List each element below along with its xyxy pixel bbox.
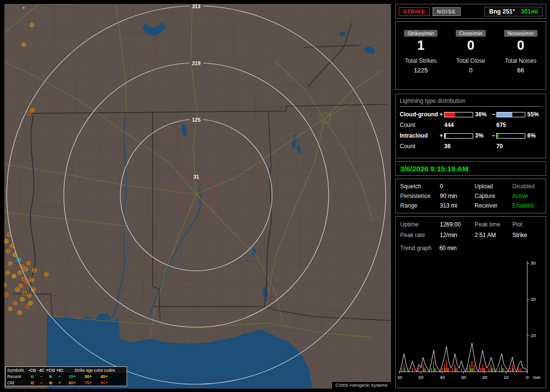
copyright-notice: ©2005 Astrogenic Systems xyxy=(332,381,391,389)
age-60: 60+ xyxy=(64,380,80,386)
age-15: 15+ xyxy=(64,374,80,379)
range-value: 313 mi xyxy=(440,202,475,209)
strikes-per-min-value: 1 xyxy=(417,38,424,53)
noises-per-min-value: 0 xyxy=(517,38,524,53)
svg-text:min: min xyxy=(533,375,540,380)
distribution-grid: Cloud-ground + 36% − 55% Count 444 675 I… xyxy=(400,111,542,150)
lightning-map[interactable]: 31321912531 Symbols -CG -IC +CG +IC Stri… xyxy=(4,4,391,389)
plus-icon: + xyxy=(55,374,64,379)
distribution-panel: Lightning type distribution Cloud-ground… xyxy=(395,94,546,158)
uptime-label: Uptime xyxy=(400,221,440,228)
rates-panel: Strikes/min 1 Total Strikes 1225 Close/m… xyxy=(395,21,546,90)
intracloud-label: Intracloud xyxy=(400,132,438,139)
map-legend: Symbols -CG -IC +CG +IC Strike age color… xyxy=(5,366,127,386)
svg-text:30: 30 xyxy=(461,375,466,380)
settings-panel: Squelch 0 Upload Disabled Persistence 90… xyxy=(395,179,546,213)
age-30: 30+ xyxy=(80,374,96,379)
upload-status: Disabled xyxy=(512,183,541,190)
circle-plus-icon: ⊕ xyxy=(46,380,55,386)
capture-label: Capture xyxy=(475,193,512,199)
cloud-ground-label: Cloud-ground xyxy=(400,111,438,118)
age-45: 45+ xyxy=(96,374,112,379)
ring-label-125: 125 xyxy=(192,117,201,123)
status-grid: Uptime 1269:00 Peak time Plot Peak rate … xyxy=(400,221,541,238)
plus-sign: + xyxy=(438,111,444,118)
total-close-label: Total Close xyxy=(456,57,485,64)
plot-label: Plot xyxy=(512,221,541,228)
legend-recent-row: Recent ⊖ − ⊕ + 15+ 30+ 45+ xyxy=(6,373,127,379)
ic-plus-count: 36 xyxy=(444,143,473,150)
total-strikes-label: Total Strikes xyxy=(405,57,436,64)
trend-graph-header: Trend graph 60 min xyxy=(400,245,541,252)
datetime-panel: 3/6/2026 9:15:19 AM xyxy=(395,161,546,176)
legend-header-row: Symbols -CG -IC +CG +IC Strike age color… xyxy=(6,367,127,373)
svg-text:40: 40 xyxy=(440,375,445,380)
noises-rate-column: Noises/min 0 Total Noises 66 xyxy=(496,30,546,89)
persistence-label: Persistence xyxy=(400,193,440,199)
legend-col-pos-cg: +CG xyxy=(46,367,55,373)
trend-graph-window: 60 min xyxy=(439,245,457,252)
trend-graph: 1020306050403020100min xyxy=(398,259,546,384)
settings-grid: Squelch 0 Upload Disabled Persistence 90… xyxy=(400,183,541,209)
total-strikes-value: 1225 xyxy=(414,67,428,74)
legend-old-row: Old ⊖ − ⊕ + 60+ 75+ 90+ xyxy=(6,379,127,386)
total-noises-value: 66 xyxy=(517,67,524,74)
minus-icon: − xyxy=(37,374,46,379)
circle-minus-icon: ⊖ xyxy=(28,380,37,386)
ic-minus-bar xyxy=(496,133,525,139)
svg-text:30: 30 xyxy=(531,260,536,266)
range-label: Range xyxy=(400,202,440,209)
upload-label: Upload xyxy=(475,183,512,190)
control-panel: STRIKE NOISE Bng 251° 301mi xyxy=(395,4,546,19)
ic-count-label: Count xyxy=(400,143,438,150)
ic-minus-count: 70 xyxy=(496,143,525,150)
circle-plus-icon: ⊕ xyxy=(46,374,55,379)
cg-plus-percent: 36% xyxy=(473,111,491,118)
cg-minus-count: 675 xyxy=(496,122,525,128)
svg-text:60: 60 xyxy=(398,375,402,380)
trend-plot-series xyxy=(400,343,527,372)
strike-button[interactable]: STRIKE xyxy=(399,7,430,16)
ic-plus-percent: 3% xyxy=(473,132,491,139)
ring-label-219: 219 xyxy=(192,60,201,66)
legend-col-pos-ic: +IC xyxy=(55,367,64,373)
noises-per-min-badge: Noises/min xyxy=(504,30,537,37)
ring-label-313: 313 xyxy=(192,4,201,9)
map-svg: 31321912531 xyxy=(4,4,391,389)
peak-rate-label: Peak rate xyxy=(400,232,440,238)
svg-text:50: 50 xyxy=(419,375,424,380)
ic-minus-percent: 6% xyxy=(525,132,542,139)
svg-text:10: 10 xyxy=(504,375,509,380)
status-trend-panel: Uptime 1269:00 Peak time Plot Peak rate … xyxy=(395,216,546,388)
plus-icon: + xyxy=(55,380,64,386)
current-datetime: 3/6/2026 9:15:19 AM xyxy=(400,165,468,173)
svg-text:20: 20 xyxy=(531,296,536,302)
peak-rate-value: 12/min xyxy=(440,232,475,238)
peak-time-label: Peak time xyxy=(475,221,512,228)
plus-sign: + xyxy=(438,132,444,139)
close-per-min-badge: Close/min xyxy=(456,30,486,37)
noise-button[interactable]: NOISE xyxy=(433,7,460,16)
legend-age-header: Strike age color codes xyxy=(64,367,125,373)
distribution-title: Lightning type distribution xyxy=(400,98,542,107)
minus-sign: − xyxy=(491,111,496,118)
squelch-value: 0 xyxy=(440,183,475,190)
age-75: 75+ xyxy=(80,380,96,386)
plot-value: Strike xyxy=(512,232,541,238)
bearing-display: Bng 251° 301mi xyxy=(484,7,543,16)
squelch-label: Squelch xyxy=(400,183,440,190)
strikes-per-min-badge: Strikes/min xyxy=(404,30,437,37)
capture-status: Active xyxy=(512,193,541,199)
receiver-label: Receiver xyxy=(475,202,512,209)
total-noises-label: Total Noises xyxy=(505,57,536,64)
cg-count-label: Count xyxy=(400,122,438,128)
persistence-value: 90 min xyxy=(440,193,475,199)
ring-label-31: 31 xyxy=(193,174,199,180)
ic-plus-bar xyxy=(444,133,473,139)
legend-symbols-header: Symbols xyxy=(7,367,28,373)
cg-minus-bar xyxy=(496,112,525,117)
svg-text:10: 10 xyxy=(531,333,536,338)
legend-old-label: Old xyxy=(7,380,28,386)
bearing-label: Bng 251° xyxy=(489,8,515,15)
minus-sign: − xyxy=(491,132,496,139)
